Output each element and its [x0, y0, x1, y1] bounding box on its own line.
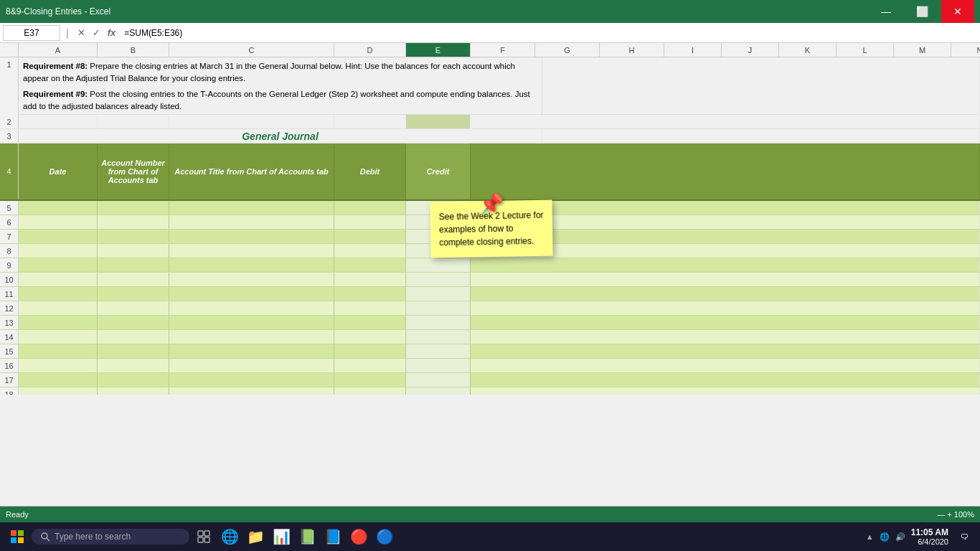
cell-8-C[interactable]	[169, 244, 334, 258]
tray-icon-up[interactable]: ▲	[866, 532, 874, 541]
col-header-j[interactable]: J	[722, 43, 779, 57]
col-header-g[interactable]: G	[535, 43, 600, 57]
cell-15-E[interactable]	[406, 344, 471, 358]
cell-11-A[interactable]	[19, 287, 98, 301]
cell-5-B[interactable]	[98, 201, 169, 215]
col-header-m[interactable]: M	[894, 43, 951, 57]
cell-16-D[interactable]	[334, 359, 406, 372]
cell-10-D[interactable]	[334, 273, 406, 286]
spreadsheet-content[interactable]: 1 Requirement #8: Prepare the closing en…	[0, 57, 980, 395]
cell-5-C[interactable]	[169, 201, 334, 215]
cell-10-C[interactable]	[169, 273, 334, 286]
cell-8-A[interactable]	[19, 244, 98, 258]
close-button[interactable]: ✕	[941, 0, 974, 23]
maximize-button[interactable]: ⬜	[905, 0, 938, 23]
cell-11-C[interactable]	[169, 287, 334, 301]
cell-17-C[interactable]	[169, 373, 334, 387]
cell-12-B[interactable]	[98, 301, 169, 315]
cell-12-E[interactable]	[406, 301, 471, 315]
cell-11-E[interactable]	[406, 287, 471, 301]
cell-16-B[interactable]	[98, 359, 169, 372]
cell-12-A[interactable]	[19, 301, 98, 315]
cell-16-E[interactable]	[406, 359, 471, 372]
cell-10-B[interactable]	[98, 273, 169, 286]
formula-input[interactable]	[121, 25, 977, 41]
col-header-n[interactable]: N	[951, 43, 980, 57]
cell-18-C[interactable]	[169, 387, 334, 395]
row-2-e[interactable]	[406, 115, 471, 128]
chrome-button[interactable]: 🔵	[373, 525, 396, 548]
cell-6-C[interactable]	[169, 215, 334, 229]
name-box[interactable]	[3, 25, 60, 41]
minimize-button[interactable]: —	[870, 0, 903, 23]
cell-13-C[interactable]	[169, 316, 334, 329]
cell-15-A[interactable]	[19, 344, 98, 358]
cell-6-D[interactable]	[334, 215, 406, 229]
edge-button[interactable]: 🌐	[218, 525, 241, 548]
col-header-i[interactable]: I	[664, 43, 722, 57]
cell-17-B[interactable]	[98, 373, 169, 387]
cell-10-E[interactable]	[406, 273, 471, 286]
row-2-c[interactable]	[169, 115, 334, 128]
cell-5-A[interactable]	[19, 201, 98, 215]
cell-18-D[interactable]	[334, 387, 406, 395]
cancel-formula-button[interactable]: ✕	[75, 26, 88, 39]
cell-16-A[interactable]	[19, 359, 98, 372]
cell-17-A[interactable]	[19, 373, 98, 387]
cell-5-D[interactable]	[334, 201, 406, 215]
cell-14-A[interactable]	[19, 330, 98, 344]
cell-18-E[interactable]	[406, 387, 471, 395]
col-header-f[interactable]: F	[471, 43, 535, 57]
taskbar-search[interactable]: Type here to search	[32, 529, 189, 545]
col-header-b[interactable]: B	[98, 43, 169, 57]
tray-network-icon[interactable]: 🌐	[880, 532, 890, 542]
cell-6-B[interactable]	[98, 215, 169, 229]
cell-9-E[interactable]	[406, 258, 471, 272]
row-2-d[interactable]	[334, 115, 406, 128]
cell-7-C[interactable]	[169, 230, 334, 243]
col-header-c[interactable]: C	[169, 43, 334, 57]
cell-13-E[interactable]	[406, 316, 471, 329]
cell-17-D[interactable]	[334, 373, 406, 387]
row-2-a[interactable]	[19, 115, 98, 128]
cell-12-C[interactable]	[169, 301, 334, 315]
cell-9-D[interactable]	[334, 258, 406, 272]
task-view-button[interactable]	[192, 525, 215, 548]
cell-6-A[interactable]	[19, 215, 98, 229]
row-2-b[interactable]	[98, 115, 169, 128]
excel-button[interactable]: 📗	[296, 525, 319, 548]
col-header-e[interactable]: E	[406, 43, 471, 57]
cell-16-C[interactable]	[169, 359, 334, 372]
windows-button[interactable]	[6, 525, 29, 548]
cell-9-C[interactable]	[169, 258, 334, 272]
cell-13-A[interactable]	[19, 316, 98, 329]
powerpoint-button[interactable]: 📊	[270, 525, 293, 548]
cell-10-A[interactable]	[19, 273, 98, 286]
cell-14-C[interactable]	[169, 330, 334, 344]
cell-14-D[interactable]	[334, 330, 406, 344]
cell-14-E[interactable]	[406, 330, 471, 344]
cell-18-B[interactable]	[98, 387, 169, 395]
cell-15-B[interactable]	[98, 344, 169, 358]
cell-7-B[interactable]	[98, 230, 169, 243]
cell-15-C[interactable]	[169, 344, 334, 358]
cell-7-A[interactable]	[19, 230, 98, 243]
cell-9-A[interactable]	[19, 258, 98, 272]
opera-button[interactable]: 🔴	[347, 525, 370, 548]
word-button[interactable]: 📘	[321, 525, 344, 548]
cell-14-B[interactable]	[98, 330, 169, 344]
cell-9-B[interactable]	[98, 258, 169, 272]
col-header-h[interactable]: H	[600, 43, 664, 57]
cell-8-D[interactable]	[334, 244, 406, 258]
col-header-d[interactable]: D	[334, 43, 406, 57]
cell-17-E[interactable]	[406, 373, 471, 387]
confirm-formula-button[interactable]: ✓	[90, 26, 103, 39]
col-header-l[interactable]: L	[837, 43, 894, 57]
cell-15-D[interactable]	[334, 344, 406, 358]
cell-18-A[interactable]	[19, 387, 98, 395]
col-header-k[interactable]: K	[779, 43, 837, 57]
cell-13-B[interactable]	[98, 316, 169, 329]
cell-13-D[interactable]	[334, 316, 406, 329]
col-header-a[interactable]: A	[19, 43, 98, 57]
cell-11-D[interactable]	[334, 287, 406, 301]
